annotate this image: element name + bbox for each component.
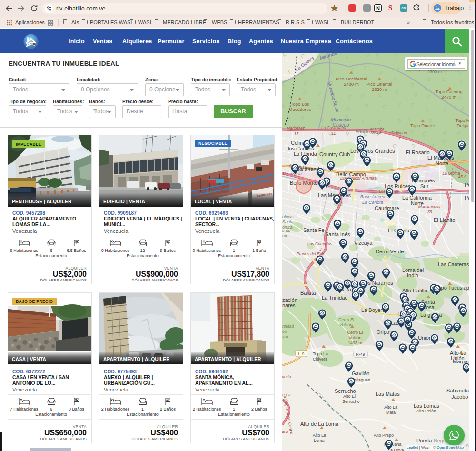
svg-text:daro: daro	[282, 429, 288, 434]
svg-text:a: a	[282, 398, 285, 402]
svg-text:Alto Prepo: Alto Prepo	[374, 433, 394, 438]
svg-text:Santa Inés: Santa Inés	[325, 231, 350, 237]
svg-text:11: 11	[332, 131, 336, 136]
svg-text:nares: nares	[282, 302, 296, 308]
svg-text:3: 3	[319, 247, 322, 251]
svg-text:Municipio: Municipio	[331, 117, 351, 122]
svg-text:Base Arérea: Base Arérea	[360, 194, 385, 199]
svg-text:Bello Monte: Bello Monte	[290, 180, 317, 186]
svg-text:olinas: olinas	[282, 214, 294, 219]
svg-text:La Castellana: La Castellana	[321, 125, 346, 130]
svg-text:Norte: Norte	[411, 200, 424, 206]
svg-text:Norte: Norte	[436, 160, 448, 166]
svg-text:La Trinidad: La Trinidad	[322, 295, 347, 301]
svg-text:Pico Oriental: Pico Oriental	[367, 81, 392, 87]
svg-text:mo: mo	[282, 233, 288, 238]
svg-text:2620 m: 2620 m	[372, 87, 387, 92]
svg-text:La Urbina: La Urbina	[443, 171, 460, 176]
svg-text:-15: -15	[293, 131, 299, 136]
svg-text:Cerro Verde: Cerro Verde	[376, 249, 404, 254]
svg-text:Alto La: Alto La	[313, 433, 326, 438]
svg-text:2470 m: 2470 m	[441, 94, 456, 100]
svg-text:Petar: Petar	[465, 182, 469, 188]
svg-text:Jacobo: Jacobo	[451, 394, 468, 400]
svg-text:rsidad: rsidad	[282, 324, 295, 329]
svg-text:Serrucho: Serrucho	[342, 399, 360, 404]
svg-text:La Carlota: La Carlota	[362, 200, 383, 205]
svg-text:Topo La: Topo La	[313, 351, 328, 356]
svg-text:Santa: Santa	[282, 220, 294, 224]
svg-text:La California: La California	[402, 195, 432, 200]
svg-text:Las Matas: Las Matas	[376, 391, 400, 397]
svg-text:Alto de La Loma: Alto de La Loma	[300, 421, 339, 427]
svg-text:Sur: Sur	[420, 183, 428, 189]
svg-text:R-49: R-49	[356, 352, 365, 357]
svg-text:Los Compitos: Los Compitos	[307, 241, 333, 246]
svg-text:Delga: Delga	[457, 123, 469, 128]
svg-text:Volcán: Volcán	[339, 322, 352, 327]
svg-text:var: var	[282, 334, 289, 339]
svg-text:45 A: 45 A	[458, 174, 466, 179]
svg-text:e La: e La	[282, 392, 291, 397]
svg-text:Cerro El: Cerro El	[338, 317, 355, 322]
svg-text:Santa Fe: Santa Fe	[303, 227, 325, 233]
svg-text:Volcán: Volcán	[348, 335, 361, 340]
svg-text:Alto El: Alto El	[343, 394, 356, 399]
svg-text:1493 m: 1493 m	[348, 341, 362, 345]
svg-text:Las Canteras: Las Canteras	[438, 261, 469, 267]
svg-text:Indio: Indio	[407, 272, 418, 278]
svg-text:Vizcaya: Vizcaya	[354, 240, 373, 246]
svg-text:Alto La: Alto La	[384, 405, 397, 410]
svg-text:Bello Campo: Bello Campo	[336, 171, 366, 177]
svg-text:L-9: L-9	[298, 351, 304, 356]
svg-text:7: 7	[398, 136, 401, 141]
svg-text:Serrucho: Serrucho	[335, 388, 356, 394]
svg-text:Plaza Venezuela: Plaza Venezuela	[282, 171, 302, 176]
svg-text:Mata: Mata	[386, 410, 396, 415]
svg-text:Alto Hatillo: Alto Hatillo	[402, 288, 427, 293]
svg-text:Baruta: Baruta	[300, 290, 316, 296]
svg-text:Topo M: Topo M	[455, 118, 469, 123]
svg-text:Puerta: Puerta	[282, 374, 291, 379]
svg-text:Pico Occidental: Pico Occidental	[336, 76, 367, 81]
svg-text:2480 m: 2480 m	[344, 81, 359, 87]
svg-text:Gavilán: Gavilán	[352, 371, 369, 376]
svg-text:Alto Pelón: Alto Pelón	[416, 409, 436, 413]
svg-text:Topo Goering: Topo Goering	[435, 89, 462, 94]
svg-text:Caurimare: Caurimare	[375, 205, 399, 211]
svg-text:Cerro El: Cerro El	[347, 330, 363, 335]
svg-text:Sabaneta: Sabaneta	[446, 388, 469, 393]
svg-text:s de: s de	[282, 228, 290, 233]
svg-text:Loma: Loma	[314, 438, 325, 443]
svg-text:Sebucán: Sebucán	[391, 130, 407, 135]
svg-text:Maripérez: Maripérez	[287, 126, 305, 130]
svg-text:El Llanito: El Llanito	[434, 217, 455, 223]
svg-text:Palo: Palo	[465, 195, 469, 200]
svg-text:El Rosario: El Rosario	[406, 150, 430, 155]
svg-text:Topo Duarte: Topo Duarte	[410, 123, 435, 128]
svg-text:ón: ón	[282, 329, 287, 334]
svg-text:Mecedores: Mecedores	[289, 107, 311, 112]
svg-text:Topo Los: Topo Los	[291, 101, 309, 107]
svg-text:Las Lomas: Las Lomas	[414, 403, 439, 409]
svg-text:Country Club: Country Club	[319, 151, 350, 157]
svg-text:39: 39	[427, 210, 432, 214]
svg-text:Chivera: Chivera	[313, 357, 327, 361]
